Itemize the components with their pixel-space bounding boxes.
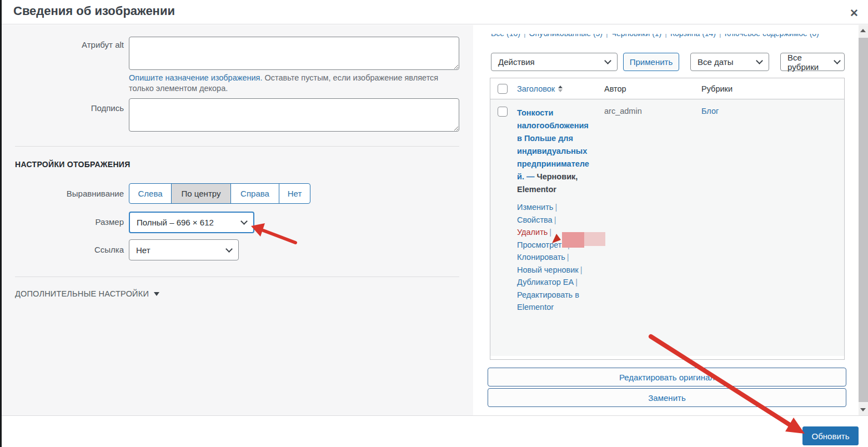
alt-label: Атрибут alt <box>15 40 124 49</box>
table-row: Тонкости налогообложения в Польше для ин… <box>490 99 844 356</box>
action-separator: | <box>555 203 557 212</box>
chevron-down-icon <box>756 57 763 64</box>
filter-separator: | <box>719 34 721 38</box>
action-separator: | <box>567 253 569 262</box>
author-column-header: Автор <box>604 84 701 93</box>
post-tags-value: — <box>839 107 845 356</box>
action-delete[interactable]: Удалить <box>517 228 548 237</box>
replace-button[interactable]: Заменить <box>488 388 846 407</box>
edit-original-button[interactable]: Редактировать оригинал <box>488 368 846 386</box>
categories-filter-value: Все рубрики <box>787 53 835 72</box>
redacted-area <box>584 232 605 246</box>
action-edit-in-elementor[interactable]: Редактировать в Elementor <box>517 290 579 312</box>
modal-footer <box>2 415 868 447</box>
vertical-scrollbar[interactable] <box>859 25 868 415</box>
action-edit[interactable]: Изменить <box>517 203 553 212</box>
close-icon[interactable]: ✕ <box>846 4 862 21</box>
caption-input[interactable] <box>129 98 459 132</box>
filter-cornerstone[interactable]: Ключевое содержимое (0) <box>725 34 819 38</box>
align-center-button[interactable]: По центру <box>171 183 231 204</box>
tags-column-header: Метки <box>839 84 845 93</box>
post-category-link[interactable]: Блог <box>701 107 719 115</box>
section-divider <box>15 146 459 147</box>
section-divider <box>15 277 459 277</box>
categories-filter-select[interactable]: Все рубрики <box>780 53 845 71</box>
alignment-label: Выравнивание <box>15 189 124 198</box>
posts-table-header: Заголовок Автор Рубрики Метки <box>490 78 844 99</box>
filter-separator: | <box>606 34 608 38</box>
post-title-link[interactable]: Тонкости налогообложения в Польше для ин… <box>517 108 589 181</box>
filter-published[interactable]: Опубликованные (5) <box>529 34 603 38</box>
alignment-button-group: Слева По центру Справа Нет <box>129 183 310 204</box>
redacted-area <box>562 232 584 248</box>
action-separator: | <box>554 215 556 224</box>
chevron-down-icon <box>834 57 841 64</box>
sort-by-title[interactable]: Заголовок <box>517 84 563 93</box>
link-select[interactable]: Нет <box>129 239 239 260</box>
alt-help-link[interactable]: Опишите назначение изображения. <box>129 73 263 82</box>
action-properties[interactable]: Свойства <box>517 215 553 224</box>
row-checkbox[interactable] <box>498 107 508 117</box>
dates-filter-select[interactable]: Все даты <box>690 53 769 71</box>
action-separator: | <box>549 228 551 237</box>
action-view[interactable]: Просмотреть <box>517 240 566 249</box>
modal-title: Сведения об изображении <box>13 4 175 18</box>
filter-separator: | <box>524 34 526 38</box>
bulk-actions-select[interactable]: Действия <box>491 53 618 71</box>
advanced-settings-toggle[interactable]: ДОПОЛНИТЕЛЬНЫЕ НАСТРОЙКИ <box>15 289 159 298</box>
apply-button[interactable]: Применить <box>623 53 679 71</box>
scroll-up-icon[interactable] <box>860 29 866 32</box>
filter-separator: | <box>665 34 667 38</box>
chevron-down-icon <box>240 218 248 225</box>
dates-filter-value: Все даты <box>698 57 733 67</box>
select-all-checkbox[interactable] <box>498 84 508 94</box>
bulk-actions-value: Действия <box>498 57 535 67</box>
alt-help-text: Опишите назначение изображения. Оставьте… <box>129 73 462 94</box>
size-label: Размер <box>15 217 124 227</box>
action-duplicator-ea[interactable]: Дубликатор EA <box>517 278 574 287</box>
scroll-down-icon[interactable] <box>860 408 866 411</box>
post-author: arc_admin <box>604 107 701 356</box>
caption-label: Подпись <box>15 103 124 113</box>
alt-input[interactable] <box>129 37 459 70</box>
align-right-button[interactable]: Справа <box>230 183 279 204</box>
advanced-settings-label: ДОПОЛНИТЕЛЬНЫЕ НАСТРОЙКИ <box>15 289 149 298</box>
triangle-down-icon <box>154 292 159 296</box>
action-separator: | <box>575 278 578 287</box>
size-select[interactable]: Полный – 696 × 612 <box>129 212 254 233</box>
action-separator: | <box>580 265 583 274</box>
update-button[interactable]: Обновить <box>802 426 859 445</box>
filter-trash[interactable]: Корзина (14) <box>670 34 716 38</box>
chevron-down-icon <box>604 57 611 64</box>
post-status-filters: Все (10)|Опубликованные (5)|Черновики (1… <box>491 34 843 43</box>
action-clone[interactable]: Клонировать <box>517 253 565 262</box>
scrollbar-thumb[interactable] <box>859 38 868 402</box>
link-select-value: Нет <box>136 245 150 255</box>
row-actions: Изменить| Свойства| Удалить| Просмотреть… <box>517 201 590 314</box>
action-new-draft[interactable]: Новый черновик <box>517 265 579 274</box>
title-column-header: Заголовок <box>517 84 555 93</box>
chevron-down-icon <box>225 245 233 253</box>
sort-icon <box>558 86 563 92</box>
display-settings-heading: НАСТРОЙКИ ОТОБРАЖЕНИЯ <box>15 160 131 169</box>
posts-table: Заголовок Автор Рубрики Метки Тонкости н… <box>490 78 845 360</box>
align-none-button[interactable]: Нет <box>279 183 310 204</box>
size-select-value: Полный – 696 × 612 <box>137 218 214 227</box>
categories-column-header: Рубрики <box>701 84 839 93</box>
filter-drafts[interactable]: Черновики (1) <box>611 34 662 38</box>
link-label: Ссылка <box>15 245 124 254</box>
filter-all[interactable]: Все (10) <box>491 34 520 38</box>
align-left-button[interactable]: Слева <box>129 183 172 204</box>
